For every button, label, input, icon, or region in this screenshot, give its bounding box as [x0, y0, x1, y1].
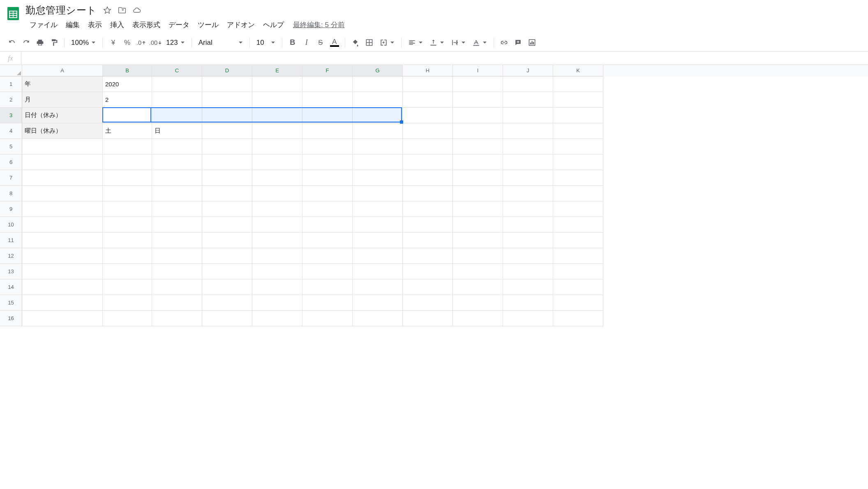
row-header-16[interactable]: 16 [0, 311, 22, 326]
column-header-B[interactable]: B [103, 65, 152, 76]
cell-I3[interactable] [453, 108, 503, 123]
cell-D1[interactable] [202, 76, 252, 92]
merge-cells-dropdown[interactable] [377, 37, 397, 49]
cell-H7[interactable] [403, 170, 453, 186]
cell-K12[interactable] [553, 248, 603, 264]
cell-I15[interactable] [453, 295, 503, 311]
cell-G8[interactable] [353, 186, 403, 201]
cell-J15[interactable] [503, 295, 553, 311]
menu-view[interactable]: 表示 [84, 18, 106, 31]
cell-A8[interactable] [22, 186, 103, 201]
cell-G16[interactable] [353, 311, 403, 326]
formula-input[interactable] [21, 52, 868, 65]
cloud-status-icon[interactable] [132, 6, 141, 15]
cell-D2[interactable] [202, 92, 252, 108]
cell-C1[interactable] [152, 76, 202, 92]
cell-F5[interactable] [302, 139, 353, 155]
cell-E10[interactable] [252, 217, 302, 233]
cell-E9[interactable] [252, 201, 302, 217]
last-edit-link[interactable]: 最終編集: 5 分前 [293, 20, 345, 30]
cell-C9[interactable] [152, 201, 202, 217]
print-button[interactable] [34, 37, 46, 49]
cell-F1[interactable] [302, 76, 353, 92]
cell-J13[interactable] [503, 264, 553, 279]
menu-edit[interactable]: 編集 [62, 18, 84, 31]
cell-J4[interactable] [503, 123, 553, 139]
cell-C10[interactable] [152, 217, 202, 233]
column-header-C[interactable]: C [152, 65, 202, 76]
currency-button[interactable]: ¥ [107, 37, 119, 49]
cell-H12[interactable] [403, 248, 453, 264]
cell-H9[interactable] [403, 201, 453, 217]
cell-E14[interactable] [252, 279, 302, 295]
row-header-10[interactable]: 10 [0, 217, 22, 233]
cell-K6[interactable] [553, 155, 603, 170]
bold-button[interactable]: B [286, 37, 299, 49]
text-rotation-dropdown[interactable] [470, 37, 489, 49]
cell-A11[interactable] [22, 233, 103, 248]
cell-F9[interactable] [302, 201, 353, 217]
percent-button[interactable]: % [121, 37, 133, 49]
row-header-9[interactable]: 9 [0, 201, 22, 217]
cell-C6[interactable] [152, 155, 202, 170]
select-all-corner[interactable] [0, 65, 22, 76]
cell-A14[interactable] [22, 279, 103, 295]
row-header-11[interactable]: 11 [0, 233, 22, 248]
menu-addons[interactable]: アドオン [223, 18, 259, 31]
cell-I12[interactable] [453, 248, 503, 264]
row-header-15[interactable]: 15 [0, 295, 22, 311]
insert-chart-button[interactable] [526, 37, 538, 49]
cell-C4[interactable]: 日 [152, 123, 202, 139]
cell-H10[interactable] [403, 217, 453, 233]
cell-G7[interactable] [353, 170, 403, 186]
cell-D8[interactable] [202, 186, 252, 201]
cell-A4[interactable]: 曜日（休み） [22, 123, 103, 139]
cell-H3[interactable] [403, 108, 453, 123]
cell-H11[interactable] [403, 233, 453, 248]
cell-J8[interactable] [503, 186, 553, 201]
cell-I14[interactable] [453, 279, 503, 295]
cell-G3[interactable] [353, 108, 403, 123]
cell-G12[interactable] [353, 248, 403, 264]
fill-color-button[interactable] [349, 37, 362, 49]
cell-A5[interactable] [22, 139, 103, 155]
cell-G1[interactable] [353, 76, 403, 92]
column-header-E[interactable]: E [252, 65, 302, 76]
cell-J11[interactable] [503, 233, 553, 248]
font-family-dropdown[interactable]: Arial [196, 37, 245, 49]
menu-format[interactable]: 表示形式 [128, 18, 164, 31]
cell-A15[interactable] [22, 295, 103, 311]
cell-C11[interactable] [152, 233, 202, 248]
cell-G13[interactable] [353, 264, 403, 279]
cell-A12[interactable] [22, 248, 103, 264]
cell-J5[interactable] [503, 139, 553, 155]
cell-A13[interactable] [22, 264, 103, 279]
row-header-8[interactable]: 8 [0, 186, 22, 201]
strikethrough-button[interactable]: S [314, 37, 327, 49]
cell-E12[interactable] [252, 248, 302, 264]
cell-I5[interactable] [453, 139, 503, 155]
cell-I16[interactable] [453, 311, 503, 326]
cell-D10[interactable] [202, 217, 252, 233]
cell-K16[interactable] [553, 311, 603, 326]
cell-E13[interactable] [252, 264, 302, 279]
cell-E16[interactable] [252, 311, 302, 326]
cell-G15[interactable] [353, 295, 403, 311]
column-header-D[interactable]: D [202, 65, 252, 76]
cell-I11[interactable] [453, 233, 503, 248]
row-header-3[interactable]: 3 [0, 108, 22, 123]
cell-K7[interactable] [553, 170, 603, 186]
cell-G5[interactable] [353, 139, 403, 155]
column-header-K[interactable]: K [553, 65, 603, 76]
cell-K9[interactable] [553, 201, 603, 217]
text-color-button[interactable]: A [328, 37, 341, 49]
menu-help[interactable]: ヘルプ [259, 18, 288, 31]
cell-I2[interactable] [453, 92, 503, 108]
cell-D13[interactable] [202, 264, 252, 279]
cell-K14[interactable] [553, 279, 603, 295]
row-header-13[interactable]: 13 [0, 264, 22, 279]
cell-I1[interactable] [453, 76, 503, 92]
cell-K2[interactable] [553, 92, 603, 108]
italic-button[interactable]: I [300, 37, 313, 49]
cell-B16[interactable] [103, 311, 152, 326]
